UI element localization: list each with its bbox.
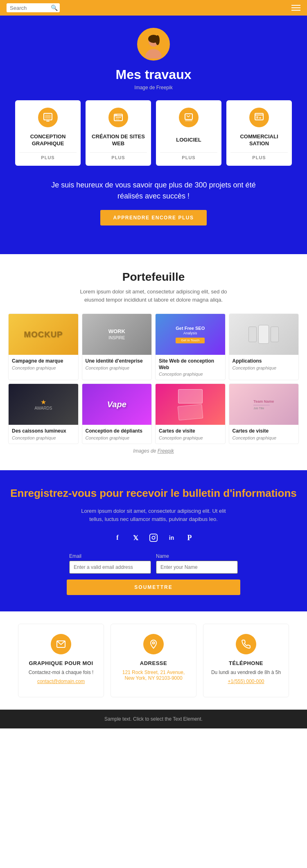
- site-header: 🔍: [0, 0, 307, 16]
- svg-rect-8: [45, 115, 51, 119]
- instagram-icon[interactable]: [148, 532, 159, 543]
- contact-card-telephone: TÉLÉPHONE Du lundi au vendredi de 8h à 5…: [203, 624, 289, 697]
- contact-title-graphique: GRAPHIQUE POUR MOI: [29, 660, 93, 666]
- email-input[interactable]: [69, 561, 151, 574]
- portfolio-img-5: ★ AWARDS: [9, 384, 78, 425]
- portfolio-item-cat-2: Conception graphique: [86, 365, 149, 370]
- portfolio-img-3: Get Free SEO Analysis Get in Touch: [156, 314, 225, 355]
- facebook-icon[interactable]: f: [112, 532, 123, 543]
- service-plus-conception[interactable]: PLUS: [19, 152, 77, 160]
- portfolio-img-8: Team Name Job Title: [229, 384, 299, 425]
- portfolio-item-title-1: Campagne de marque: [12, 358, 75, 365]
- portfolio-item-8[interactable]: Team Name Job Title Cartes de visite Con…: [229, 383, 299, 444]
- service-card-conception[interactable]: CONCEPTION GRAPHIQUE PLUS: [15, 100, 81, 166]
- portfolio-item-cat-6: Conception graphique: [86, 435, 149, 440]
- avatar: [137, 28, 170, 61]
- search-bar[interactable]: 🔍: [7, 3, 60, 12]
- portfolio-subtitle: Lorem ipsum dolor sit amet, consectetur …: [76, 288, 231, 304]
- portfolio-item-title-7: Cartes de visite: [159, 428, 222, 435]
- portfolio-item-title-4: Applications: [233, 358, 296, 365]
- hero-image-credit: Image de Freepik: [8, 85, 299, 90]
- footer-text: Sample text. Click to select the Text El…: [7, 716, 300, 722]
- newsletter-section: Enregistrez-vous pour recevoir le bullet…: [0, 470, 307, 611]
- portfolio-img-7: [156, 384, 225, 425]
- portfolio-item-7[interactable]: Cartes de visite Conception graphique: [155, 383, 226, 444]
- portfolio-section: Portefeuille Lorem ipsum dolor sit amet,…: [0, 254, 307, 470]
- contact-card-graphique: GRAPHIQUE POUR MOI Contactez-moi à chaqu…: [18, 624, 104, 697]
- mail-icon: [51, 634, 71, 654]
- service-title-web: CRÉATION DE SITES WEB: [90, 133, 147, 147]
- portfolio-item-title-6: Conception de dépliants: [86, 428, 149, 435]
- service-card-web[interactable]: CRÉATION DE SITES WEB PLUS: [86, 100, 151, 166]
- portfolio-img-2: WORK INSPIRE: [82, 314, 152, 355]
- contact-section: GRAPHIQUE POUR MOI Contactez-moi à chaqu…: [0, 611, 307, 710]
- site-footer: Sample text. Click to select the Text El…: [0, 710, 307, 728]
- svg-point-12: [116, 115, 117, 115]
- hero-title: Mes travaux: [8, 67, 299, 82]
- svg-rect-14: [115, 119, 120, 119]
- hamburger-menu[interactable]: [291, 5, 300, 11]
- email-group: Email: [69, 553, 151, 574]
- logiciel-icon: [179, 108, 199, 127]
- phone-icon: [236, 634, 256, 654]
- service-card-commercial[interactable]: COMMERCIALI SATION PLUS: [226, 100, 292, 166]
- search-input[interactable]: [10, 5, 51, 11]
- linkedin-icon[interactable]: in: [166, 532, 177, 543]
- svg-point-11: [115, 115, 116, 115]
- svg-point-25: [155, 535, 156, 536]
- name-group: Name: [156, 553, 238, 574]
- pinterest-icon[interactable]: P: [184, 532, 195, 543]
- portfolio-item-cat-8: Conception graphique: [233, 435, 296, 440]
- portfolio-image-credit: Images de Freepik: [8, 448, 299, 454]
- portfolio-item-title-3: Site Web de conception Web: [159, 358, 222, 371]
- portfolio-img-6: Vape: [82, 384, 152, 425]
- newsletter-title: Enregistrez-vous pour recevoir le bullet…: [8, 487, 299, 501]
- service-title-logiciel: LOGICIEL: [176, 137, 201, 144]
- web-icon: [108, 108, 128, 127]
- svg-point-24: [152, 537, 155, 539]
- service-title-conception: CONCEPTION GRAPHIQUE: [19, 133, 77, 147]
- svg-point-27: [153, 642, 155, 644]
- newsletter-form: Email Name: [8, 553, 299, 574]
- freepik-link[interactable]: Freepik: [158, 448, 174, 454]
- contact-card-address: ADRESSE 121 Rock Street, 21 Avenue,New Y…: [111, 624, 196, 697]
- newsletter-subtitle: Lorem ipsum dolor sit amet, consectetur …: [76, 507, 231, 524]
- service-title-commercial: COMMERCIALI SATION: [230, 133, 288, 147]
- portfolio-item-cat-4: Conception graphique: [233, 365, 296, 370]
- portfolio-item-5[interactable]: ★ AWARDS Des caissons lumineux Conceptio…: [8, 383, 79, 444]
- portfolio-item-title-5: Des caissons lumineux: [12, 428, 75, 435]
- name-input[interactable]: [156, 561, 238, 574]
- contact-title-telephone: TÉLÉPHONE: [229, 660, 263, 666]
- portfolio-img-4: [229, 314, 299, 355]
- portfolio-item-4[interactable]: Applications Conception graphique: [229, 313, 299, 380]
- service-plus-web[interactable]: PLUS: [90, 152, 147, 160]
- svg-line-17: [187, 115, 188, 117]
- portfolio-item-title-2: Une identité d'entreprise: [86, 358, 149, 365]
- service-card-logiciel[interactable]: LOGICIEL PLUS: [156, 100, 221, 166]
- contact-title-address: ADRESSE: [140, 660, 167, 666]
- portfolio-item-cat-7: Conception graphique: [159, 435, 222, 440]
- contact-link-graphique[interactable]: contact@domain.com: [37, 679, 85, 684]
- portfolio-item-6[interactable]: Vape Conception de dépliants Conception …: [82, 383, 152, 444]
- contact-link-telephone[interactable]: +1(555) 000-000: [228, 679, 264, 684]
- portfolio-img-1: MOCKUP: [9, 314, 78, 355]
- service-plus-commercial[interactable]: PLUS: [230, 152, 288, 160]
- promo-text: Je suis heureux de vous savoir que plus …: [8, 176, 299, 210]
- portfolio-item-1[interactable]: MOCKUP Campagne de marque Conception gra…: [8, 313, 79, 380]
- twitter-icon[interactable]: 𝕏: [130, 532, 141, 543]
- service-plus-logiciel[interactable]: PLUS: [160, 152, 217, 160]
- promo-button[interactable]: APPRENDRE ENCORE PLUS: [100, 210, 207, 225]
- services-grid: CONCEPTION GRAPHIQUE PLUS CRÉATION DE SI…: [12, 100, 295, 166]
- portfolio-item-3[interactable]: Get Free SEO Analysis Get in Touch Site …: [155, 313, 226, 380]
- contact-link-address[interactable]: 121 Rock Street, 21 Avenue,New York, NY …: [122, 670, 185, 681]
- avatar-image: [139, 30, 168, 59]
- portfolio-item-2[interactable]: WORK INSPIRE Une identité d'entreprise C…: [82, 313, 152, 380]
- social-icons: f 𝕏 in P: [8, 532, 299, 543]
- svg-point-4: [156, 35, 160, 45]
- hero-section: Mes travaux Image de Freepik CONCEPTION …: [0, 16, 307, 254]
- portfolio-item-title-8: Cartes de visite: [233, 428, 296, 435]
- svg-line-18: [188, 115, 190, 117]
- svg-rect-22: [259, 117, 261, 119]
- email-label: Email: [69, 553, 151, 559]
- submit-button[interactable]: SOUMETTRE: [67, 579, 240, 595]
